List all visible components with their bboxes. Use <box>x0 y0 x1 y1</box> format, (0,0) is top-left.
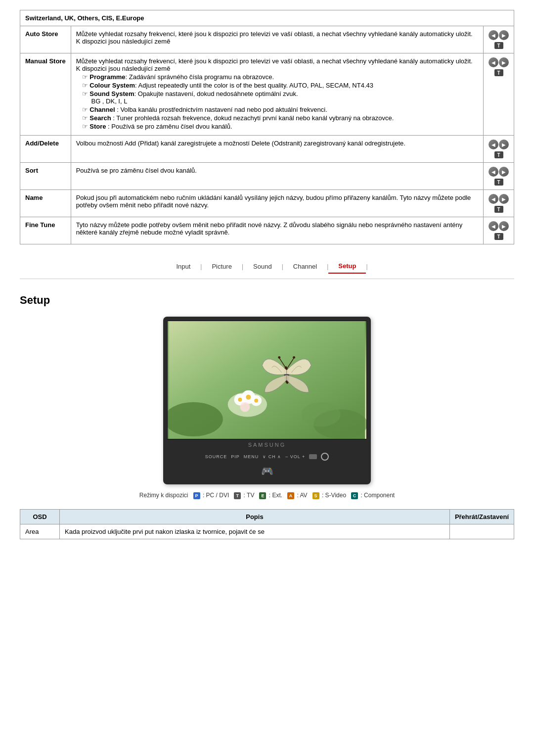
th-popis: Popis <box>60 509 450 524</box>
legend-item-component: C : Component <box>351 492 395 499</box>
component-label: : Component <box>360 492 395 499</box>
table-row: Add/Delete Volbou možnosti Add (Přidat) … <box>20 136 514 163</box>
table-header: Switzerland, UK, Others, CIS, E.Europe <box>20 10 514 26</box>
td-popis-area: Kada proizvod uključite prvi put nakon i… <box>60 524 450 539</box>
row-icon-finetune: ◀ ▶ <box>484 217 514 244</box>
tv-icon <box>494 42 503 49</box>
svg-point-6 <box>246 395 251 400</box>
bullet-colour: ☞ Colour System: Adjust repeatedly until… <box>76 82 478 89</box>
ch-down-label: ∨ CH ∧ <box>263 454 281 459</box>
tv-icon <box>494 206 503 213</box>
manual-store-main: Můžete vyhledat rozsahy frekvencí, které… <box>76 57 478 72</box>
main-table: Switzerland, UK, Others, CIS, E.Europe A… <box>20 10 514 244</box>
svg-point-5 <box>240 402 250 412</box>
av-icon: A <box>287 492 294 499</box>
legend-item-av: A : AV <box>287 492 309 499</box>
component-icon: C <box>351 492 358 499</box>
row-label-finetune: Fine Tune <box>20 217 71 244</box>
tv-icon <box>494 179 503 186</box>
power-btn-icon <box>321 453 329 461</box>
tv-brand: SAMSUNG <box>167 442 367 448</box>
row-content-name: Pokud jsou při automatickém nebo ručním … <box>71 190 483 217</box>
td-play-area <box>449 524 514 539</box>
arrows-row: ◀ ▶ <box>489 30 509 40</box>
tv-icon <box>494 69 503 76</box>
tv-scene-svg <box>168 321 366 439</box>
arrows-row: ◀ ▶ <box>489 57 509 67</box>
bullet-programme: ☞ Programme: Zadávání správného čísla pr… <box>76 73 478 81</box>
right-arrow-icon: ▶ <box>499 30 509 40</box>
ext-label: : Ext. <box>269 492 282 499</box>
row-label-autostore: Auto Store <box>20 26 71 53</box>
row-label-name: Name <box>20 190 71 217</box>
nav-item-picture[interactable]: Picture <box>202 260 241 273</box>
tv-screen-image <box>168 321 366 439</box>
left-arrow-icon: ◀ <box>489 221 498 231</box>
svg-point-8 <box>254 399 258 403</box>
svg-point-12 <box>278 356 280 359</box>
tv-container: SAMSUNG SOURCE PIP MENU ∨ CH ∧ – VOL + 🎮 <box>20 317 514 484</box>
right-arrow-icon: ▶ <box>499 221 509 231</box>
arrows-row: ◀ ▶ <box>489 221 509 231</box>
av-label: : AV <box>297 492 307 499</box>
vol-label: – VOL + <box>285 454 305 459</box>
td-osd-area: Area <box>20 524 60 539</box>
svg-point-16 <box>301 402 340 427</box>
setup-section: Setup <box>20 294 514 539</box>
nav-sep-5: | <box>366 263 367 270</box>
left-arrow-icon: ◀ <box>489 167 498 177</box>
right-arrow-icon: ▶ <box>499 140 509 149</box>
tv-frame: SAMSUNG SOURCE PIP MENU ∨ CH ∧ – VOL + 🎮 <box>163 317 371 484</box>
row-label-sort: Sort <box>20 163 71 190</box>
bullet-search: ☞ Search : Tuner prohledá rozsah frekven… <box>76 114 478 122</box>
tv-icon <box>494 151 503 158</box>
icon-group: ◀ ▶ <box>489 167 509 186</box>
right-arrow-icon: ▶ <box>499 194 509 204</box>
table-row: Manual Store Můžete vyhledat rozsahy fre… <box>20 53 514 136</box>
table-row: Fine Tune Tyto názvy můžete podle potřeb… <box>20 217 514 244</box>
row-icon-adddelete: ◀ ▶ <box>484 136 514 163</box>
legend-item-pc: P : PC / DVI <box>193 492 231 499</box>
arrows-row: ◀ ▶ <box>489 140 509 149</box>
source-label: SOURCE <box>205 454 227 459</box>
table-row: Area Kada proizvod uključite prvi put na… <box>20 524 514 539</box>
row-icon-autostore: ◀ ▶ <box>484 26 514 53</box>
nav-item-input[interactable]: Input <box>166 260 200 273</box>
row-label-adddelete: Add/Delete <box>20 136 71 163</box>
table-header-row: OSD Popis Přehrát/Zastavení <box>20 509 514 524</box>
nav-item-sound[interactable]: Sound <box>243 260 282 273</box>
nav-underline <box>20 279 514 279</box>
left-arrow-icon: ◀ <box>489 140 498 149</box>
tv-controls: SOURCE PIP MENU ∨ CH ∧ – VOL + <box>167 451 367 463</box>
nav-item-setup[interactable]: Setup <box>328 259 366 274</box>
tv-legend-icon: T <box>234 492 241 499</box>
row-icon-manualstore: ◀ ▶ <box>484 53 514 136</box>
row-content-autostore: Můžete vyhledat rozsahy frekvencí, které… <box>71 26 483 53</box>
left-arrow-icon: ◀ <box>489 57 498 67</box>
tv-screen <box>167 321 367 439</box>
legend-item-svideo: S : S-Video <box>312 492 348 499</box>
svg-point-7 <box>238 398 242 402</box>
table-row: Name Pokud jsou při automatickém nebo ru… <box>20 190 514 217</box>
bullet-sound: ☞ Sound System: Opakujte nastavení, doku… <box>76 90 478 105</box>
nav-item-channel[interactable]: Channel <box>283 260 327 273</box>
table-row: Auto Store Můžete vyhledat rozsahy frekv… <box>20 26 514 53</box>
arrows-row: ◀ ▶ <box>489 194 509 204</box>
table-row: Sort Používá se pro záměnu čísel dvou ka… <box>20 163 514 190</box>
bullet-channel: ☞ Channel : Volba kanálu prostřednictvím… <box>76 106 478 113</box>
row-icon-name: ◀ ▶ <box>484 190 514 217</box>
menu-label: MENU <box>244 454 259 459</box>
bottom-table: OSD Popis Přehrát/Zastavení Area Kada pr… <box>20 509 514 539</box>
icon-group: ◀ ▶ <box>489 221 509 240</box>
arrows-row: ◀ ▶ <box>489 167 509 177</box>
legend: Režimy k dispozici P : PC / DVI T : TV E… <box>20 492 514 499</box>
row-content-sort: Používá se pro záměnu čísel dvou kanálů. <box>71 163 483 190</box>
icon-group: ◀ ▶ <box>489 140 509 158</box>
legend-text: Režimy k dispozici <box>139 492 188 499</box>
legend-item-ext: E : Ext. <box>259 492 284 499</box>
pc-icon: P <box>193 492 200 499</box>
th-play: Přehrát/Zastavení <box>449 509 514 524</box>
icon-group: ◀ ▶ <box>489 194 509 213</box>
setup-title: Setup <box>20 294 514 307</box>
left-arrow-icon: ◀ <box>489 194 498 204</box>
